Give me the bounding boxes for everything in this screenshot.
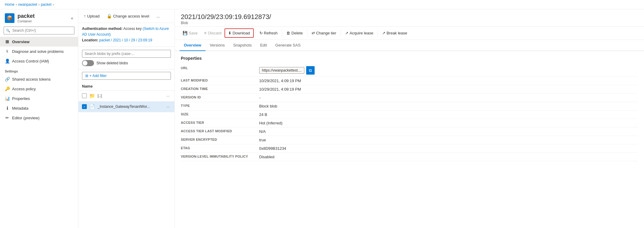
middle-search: Show deleted blobs bbox=[78, 47, 174, 69]
acquire-lease-button[interactable]: ↗ Acquire lease bbox=[342, 29, 376, 37]
diagnose-icon: ⚕ bbox=[5, 49, 10, 54]
prop-label: TYPE bbox=[181, 104, 259, 108]
delete-button[interactable]: 🗑 Delete bbox=[283, 29, 306, 37]
file-row[interactable]: 📁 [..] ··· bbox=[78, 91, 174, 101]
sidebar-item-label: Editor (preview) bbox=[12, 116, 39, 120]
refresh-button[interactable]: ↻ Refresh bbox=[256, 29, 281, 37]
overview-icon: ⊞ bbox=[5, 39, 10, 44]
prop-etag: ETAG 0x8D99B31234 bbox=[181, 144, 638, 153]
blob-content: Properties URL https://vwanpackettest...… bbox=[175, 51, 644, 228]
prop-value: Block blob bbox=[259, 104, 638, 108]
toolbar-separator bbox=[282, 30, 282, 37]
file-more-button[interactable]: ··· bbox=[165, 104, 171, 110]
add-filter-button[interactable]: ⊞ + Add filter bbox=[82, 72, 171, 80]
prop-url: URL https://vwanpackettest.... ⧉ bbox=[181, 64, 638, 77]
sidebar-item-shared-access[interactable]: 🔗 Shared access tokens bbox=[0, 74, 78, 84]
properties-title: Properties bbox=[181, 56, 638, 61]
prop-value: N/A bbox=[259, 129, 638, 134]
tab-overview[interactable]: Overview bbox=[180, 40, 206, 51]
sidebar-item-iam[interactable]: 👤 Access Control (IAM) bbox=[0, 56, 78, 66]
tab-snapshots[interactable]: Snapshots bbox=[229, 40, 256, 51]
file-more-button[interactable]: ··· bbox=[165, 93, 171, 99]
tab-versions[interactable]: Versions bbox=[206, 40, 229, 51]
sidebar-search-container bbox=[0, 24, 78, 37]
blob-search-input[interactable] bbox=[82, 50, 171, 58]
file-row-selected[interactable]: ✓ 📄 _Instance_GatewayTenantWor... ··· bbox=[78, 101, 174, 112]
settings-section-label: Settings bbox=[0, 66, 78, 74]
sidebar-title: packet bbox=[17, 13, 35, 19]
sidebar-item-label: Access Control (IAM) bbox=[12, 59, 49, 63]
upload-button[interactable]: ↑ Upload bbox=[82, 12, 101, 20]
files-list: Name 📁 [..] ··· ✓ 📄 _Instance_GatewayTen… bbox=[78, 82, 174, 228]
prop-label: SERVER ENCRYPTED bbox=[181, 138, 259, 141]
properties-icon: 📊 bbox=[5, 96, 10, 101]
tab-generate-sas[interactable]: Generate SAS bbox=[271, 40, 305, 51]
prop-value: 10/29/2021, 4:09:19 PM bbox=[259, 79, 638, 83]
show-deleted-label: Show deleted blobs bbox=[96, 61, 128, 65]
sidebar-collapse-button[interactable]: « bbox=[71, 16, 73, 21]
prop-label-url: URL bbox=[181, 66, 259, 70]
toolbar-separator bbox=[255, 30, 255, 37]
files-header: Name bbox=[78, 82, 174, 91]
sidebar-item-properties[interactable]: 📊 Properties bbox=[0, 94, 78, 103]
prop-type: TYPE Block blob bbox=[181, 102, 638, 111]
file-checkbox-checked[interactable]: ✓ bbox=[82, 104, 87, 109]
blob-tabs: Overview Versions Snapshots Edit Generat… bbox=[175, 40, 644, 51]
prop-last-modified: LAST MODIFIED 10/29/2021, 4:09:19 PM bbox=[181, 77, 638, 85]
toolbar-separator bbox=[378, 30, 378, 37]
breadcrumb-vwanpacket[interactable]: vwanpacket bbox=[18, 2, 37, 7]
sidebar-item-diagnose[interactable]: ⚕ Diagnose and solve problems bbox=[0, 47, 78, 56]
sidebar-nav: ⊞ Overview ⚕ Diagnose and solve problems… bbox=[0, 37, 78, 228]
location-time-link[interactable]: 23:09:19 bbox=[138, 38, 152, 42]
prop-access-tier-modified: ACCESS TIER LAST MODIFIED N/A bbox=[181, 127, 638, 136]
change-tier-button[interactable]: ⇄ Change tier bbox=[309, 29, 339, 37]
discard-button[interactable]: ✕ Discard bbox=[201, 29, 225, 37]
right-panel: 2021/10/29/23:09:19.6912873/ Blob 💾 Save… bbox=[175, 9, 644, 228]
save-button[interactable]: 💾 Save bbox=[180, 29, 201, 37]
change-tier-icon: ⇄ bbox=[312, 31, 315, 35]
prop-value: - bbox=[259, 95, 638, 100]
breadcrumb-home[interactable]: Home bbox=[5, 2, 14, 7]
middle-auth: Authentication method: Access key (Switc… bbox=[78, 23, 174, 47]
break-lease-icon: ↗ bbox=[382, 31, 385, 35]
sidebar-item-label: Properties bbox=[12, 96, 30, 101]
breadcrumb: Home › vwanpacket › packet › bbox=[0, 0, 644, 9]
sidebar-item-label: Shared access tokens bbox=[12, 77, 51, 82]
prop-label: SIZE bbox=[181, 112, 259, 116]
blob-toolbar: 💾 Save ✕ Discard ⬇ Download ↻ Refresh 🗑 … bbox=[175, 27, 644, 40]
sidebar-item-editor[interactable]: ✏ Editor (preview) bbox=[0, 113, 78, 123]
prop-immutability: VERSION-LEVEL IMMUTABILITY POLICY Disabl… bbox=[181, 153, 638, 161]
download-button[interactable]: ⬇ Download bbox=[225, 28, 254, 38]
sidebar-item-access-policy[interactable]: 🔑 Access policy bbox=[0, 84, 78, 94]
more-button[interactable]: ... bbox=[155, 13, 162, 20]
blob-file-icon: 📄 bbox=[89, 104, 95, 110]
sidebar-item-metadata[interactable]: ℹ Metadata bbox=[0, 103, 78, 113]
prop-label: ETAG bbox=[181, 146, 259, 150]
file-name: _Instance_GatewayTenantWor... bbox=[98, 104, 163, 109]
search-input[interactable] bbox=[4, 27, 74, 34]
location-path-link[interactable]: packet / 2021 / 10 / 29 / bbox=[99, 38, 137, 42]
middle-toolbar: ↑ Upload 🔒 Change access level ... bbox=[78, 9, 174, 23]
change-access-button[interactable]: 🔒 Change access level bbox=[105, 12, 151, 20]
tab-edit[interactable]: Edit bbox=[256, 40, 271, 51]
copy-url-button[interactable]: ⧉ bbox=[306, 66, 315, 75]
show-deleted-container: Show deleted blobs bbox=[82, 60, 171, 66]
show-deleted-toggle[interactable] bbox=[82, 60, 94, 66]
prop-version-id: VERSION ID - bbox=[181, 94, 638, 102]
prop-value: 24 B bbox=[259, 112, 638, 117]
file-name: [..] bbox=[98, 94, 163, 98]
break-lease-button[interactable]: ↗ Break lease bbox=[379, 29, 410, 37]
toolbar-separator bbox=[341, 30, 341, 37]
shared-access-icon: 🔗 bbox=[5, 77, 10, 82]
refresh-icon: ↻ bbox=[259, 31, 263, 35]
sidebar: 📦 packet Container « ⊞ Overview ⚕ Diagno… bbox=[0, 9, 78, 228]
sidebar-item-overview[interactable]: ⊞ Overview bbox=[0, 37, 78, 47]
discard-icon: ✕ bbox=[204, 31, 207, 35]
sidebar-header: 📦 packet Container « bbox=[0, 9, 78, 24]
prop-value: Hot (Inferred) bbox=[259, 121, 638, 125]
prop-value: Disabled bbox=[259, 155, 638, 159]
toolbar-separator bbox=[307, 30, 307, 37]
sidebar-item-label: Overview bbox=[12, 40, 30, 44]
file-checkbox[interactable] bbox=[82, 93, 87, 98]
breadcrumb-packet[interactable]: packet bbox=[41, 2, 51, 7]
